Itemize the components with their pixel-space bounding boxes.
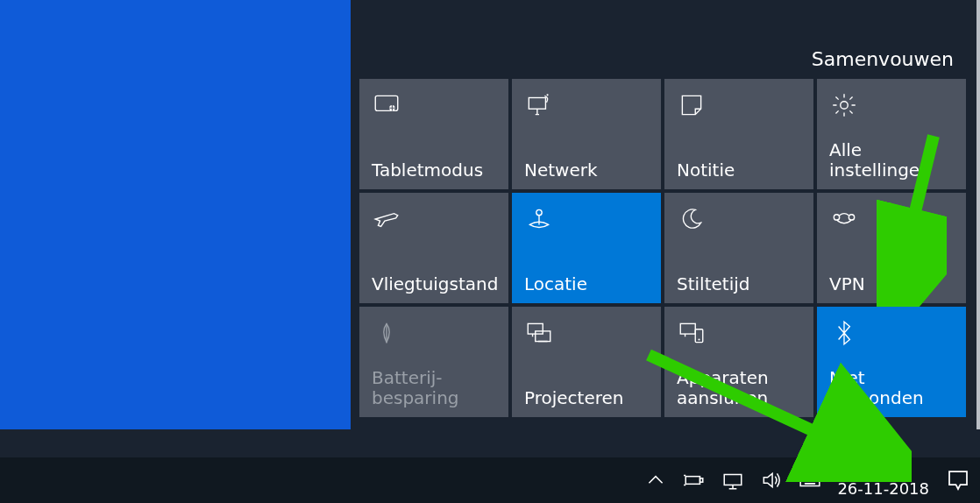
quick-action-tiles: TabletmodusNetwerkNotitieAlle instelling… [359,79,980,417]
tile-settings[interactable]: Alle instellingen [817,79,966,189]
network-icon [524,89,649,121]
tile-battery-saver: Batterij- besparing [359,307,508,417]
tile-label: Netwerk [524,160,649,181]
clock-date: 26-11-2018 [837,480,929,498]
scrollbar[interactable] [976,0,980,429]
tile-label: Vliegtuigstand [372,274,496,294]
location-icon [524,203,649,235]
tile-vpn[interactable]: VPN [817,193,966,303]
note-icon [677,89,801,121]
tile-label: Projecteren [524,388,649,408]
notification-center-icon[interactable] [945,467,971,493]
tablet-mode-icon [372,89,496,121]
svg-rect-15 [725,475,742,485]
battery-saver-icon [372,317,496,349]
action-center-panel: Samenvouwen TabletmodusNetwerkNotitieAll… [351,0,980,429]
quiet-hours-icon [677,203,801,235]
network-tray-icon[interactable] [721,469,744,492]
svg-point-4 [841,102,849,110]
svg-rect-10 [680,323,695,334]
vpn-icon [829,203,954,235]
tray-overflow-icon[interactable] [644,469,667,492]
tile-label: Locatie [524,274,649,294]
svg-rect-13 [686,477,700,485]
svg-point-3 [547,94,549,96]
tile-network[interactable]: Netwerk [512,79,661,189]
tile-bluetooth[interactable]: Niet verbonden [817,307,966,417]
svg-rect-14 [700,478,703,482]
tile-label: Batterij- besparing [372,368,496,408]
svg-point-7 [849,215,854,220]
project-icon [524,317,649,349]
tile-quiet-hours[interactable]: Stiltetijd [664,193,813,303]
tile-label: Stiltetijd [677,274,801,294]
svg-point-12 [698,338,699,340]
svg-point-5 [536,209,542,215]
taskbar: 15:59 26-11-2018 [0,457,980,503]
power-icon[interactable] [683,469,706,492]
settings-icon [829,89,954,121]
tile-location[interactable]: Locatie [512,193,661,303]
tile-connect-devices[interactable]: Apparaten aansluiten [664,307,813,417]
connect-devices-icon [677,317,801,349]
tile-label: Tabletmodus [372,160,496,181]
clock[interactable]: 15:59 26-11-2018 [837,463,929,498]
tile-tablet-mode[interactable]: Tabletmodus [359,79,508,189]
clock-time: 15:59 [837,463,929,480]
tile-note[interactable]: Notitie [664,79,813,189]
desktop-background [0,0,351,429]
tile-label: Apparaten aansluiten [677,368,801,408]
airplane-icon [372,203,496,235]
svg-rect-2 [529,98,545,110]
keyboard-icon[interactable] [799,469,821,492]
volume-icon[interactable] [760,469,783,492]
svg-point-6 [834,215,839,220]
bluetooth-icon [829,317,954,349]
collapse-button[interactable]: Samenvouwen [812,48,954,70]
tile-label: Alle instellingen [829,140,954,181]
tile-project[interactable]: Projecteren [512,307,661,417]
tile-label: Niet verbonden [829,368,954,408]
tile-label: Notitie [677,160,801,181]
tile-airplane[interactable]: Vliegtuigstand [359,193,508,303]
tile-label: VPN [829,274,954,294]
